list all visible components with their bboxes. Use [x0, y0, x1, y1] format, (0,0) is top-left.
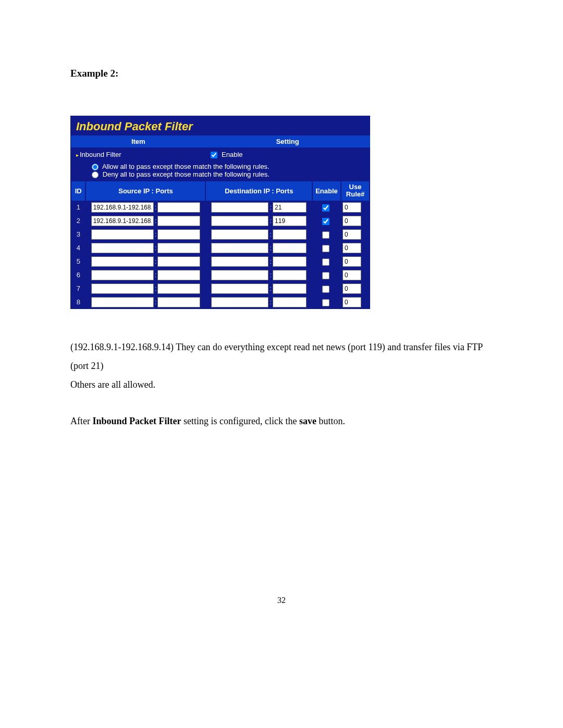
- source-port-input[interactable]: [157, 256, 200, 267]
- source-ip-input[interactable]: [91, 283, 154, 294]
- header-item: Item: [71, 136, 205, 147]
- dst-cell: :: [205, 268, 312, 282]
- use-rule-input[interactable]: [342, 297, 361, 307]
- source-ip-input[interactable]: [91, 270, 154, 280]
- row-enable-checkbox[interactable]: [322, 218, 329, 225]
- src-cell: :: [85, 255, 205, 268]
- row-enable-checkbox[interactable]: [322, 204, 329, 212]
- source-ip-input[interactable]: [91, 229, 154, 240]
- use-rule-input[interactable]: [342, 270, 361, 280]
- dst-cell: :: [205, 214, 312, 228]
- description-after: After Inbound Packet Filter setting is c…: [70, 414, 493, 429]
- use-rule-input[interactable]: [342, 202, 361, 213]
- colon: :: [268, 271, 273, 279]
- dest-ip-input[interactable]: [211, 202, 268, 213]
- use-rule-input[interactable]: [342, 243, 361, 253]
- source-ip-input[interactable]: [91, 256, 154, 267]
- row-enable-checkbox[interactable]: [322, 245, 329, 252]
- source-ip-input[interactable]: [91, 216, 154, 226]
- table-row: 8::: [71, 295, 370, 309]
- row-enable-checkbox[interactable]: [322, 258, 329, 266]
- panel-title: Inbound Packet Filter: [71, 116, 370, 136]
- rule-cell: [341, 201, 370, 214]
- row-enable-checkbox[interactable]: [322, 299, 329, 306]
- row-enable-checkbox[interactable]: [322, 272, 329, 279]
- dest-port-input[interactable]: [273, 297, 307, 307]
- packet-filter-panel: Inbound Packet Filter Item Setting ▸Inbo…: [70, 116, 370, 309]
- source-port-input[interactable]: [157, 216, 200, 226]
- radio-deny-text: Deny all to pass except those match the …: [103, 170, 270, 178]
- dest-port-input[interactable]: [273, 243, 307, 253]
- table-row: 3::: [71, 228, 370, 241]
- rule-cell: [341, 282, 370, 295]
- dest-ip-input[interactable]: [211, 229, 268, 240]
- colon: :: [154, 230, 158, 238]
- colon: :: [154, 298, 158, 306]
- dest-ip-input[interactable]: [211, 297, 268, 307]
- source-ip-input[interactable]: [91, 297, 154, 307]
- radio-deny-label[interactable]: Deny all to pass except those match the …: [92, 170, 270, 178]
- colon: :: [268, 217, 273, 225]
- radio-allow[interactable]: [92, 164, 99, 170]
- src-cell: :: [85, 282, 205, 295]
- radio-allow-label[interactable]: Allow all to pass except those match the…: [92, 163, 270, 170]
- row-id: 4: [71, 241, 85, 255]
- dst-cell: :: [205, 228, 312, 241]
- radio-deny[interactable]: [92, 171, 99, 178]
- source-port-input[interactable]: [157, 202, 200, 213]
- dest-ip-input[interactable]: [211, 283, 268, 294]
- row-id: 8: [71, 295, 85, 309]
- row-id: 6: [71, 268, 85, 282]
- col-id: ID: [71, 181, 85, 201]
- row-enable-checkbox[interactable]: [322, 231, 329, 239]
- col-enable: Enable: [312, 181, 341, 201]
- enable-cell: [312, 268, 341, 282]
- dest-ip-input[interactable]: [211, 216, 268, 226]
- source-ip-input[interactable]: [91, 243, 154, 253]
- dest-port-input[interactable]: [273, 202, 307, 213]
- dest-port-input[interactable]: [273, 256, 307, 267]
- dest-port-input[interactable]: [273, 216, 307, 226]
- dest-port-input[interactable]: [273, 270, 307, 280]
- dst-cell: :: [205, 295, 312, 309]
- colon: :: [154, 285, 158, 292]
- dest-port-input[interactable]: [273, 283, 307, 294]
- enable-checkbox[interactable]: [211, 152, 217, 158]
- dest-ip-input[interactable]: [211, 256, 268, 267]
- use-rule-input[interactable]: [342, 256, 361, 267]
- row-id: 2: [71, 214, 85, 228]
- use-rule-input[interactable]: [342, 283, 361, 294]
- header-setting: Setting: [205, 136, 370, 147]
- colon: :: [268, 244, 273, 252]
- enable-cell: [312, 228, 341, 241]
- colon: :: [154, 244, 158, 252]
- row-id: 3: [71, 228, 85, 241]
- enable-checkbox-label[interactable]: Enable: [211, 151, 242, 158]
- source-port-input[interactable]: [157, 283, 200, 294]
- colon: :: [268, 230, 273, 238]
- source-port-input[interactable]: [157, 229, 200, 240]
- source-port-input[interactable]: [157, 243, 200, 253]
- src-cell: :: [85, 214, 205, 228]
- example-heading: Example 2:: [70, 68, 493, 79]
- colon: :: [268, 285, 273, 292]
- row-enable-checkbox[interactable]: [322, 286, 329, 293]
- source-port-input[interactable]: [157, 297, 200, 307]
- src-cell: :: [85, 268, 205, 282]
- dest-ip-input[interactable]: [211, 270, 268, 280]
- inbound-filter-label: ▸Inbound Filter: [71, 147, 205, 162]
- description-line1: (192.168.9.1-192.168.9.14) They can do e…: [70, 338, 493, 375]
- enable-cell: [312, 295, 341, 309]
- dest-port-input[interactable]: [273, 229, 307, 240]
- col-src: Source IP : Ports: [85, 181, 205, 201]
- src-cell: :: [85, 295, 205, 309]
- source-ip-input[interactable]: [91, 202, 154, 213]
- source-port-input[interactable]: [157, 270, 200, 280]
- dst-cell: :: [205, 241, 312, 255]
- use-rule-input[interactable]: [342, 229, 361, 240]
- src-cell: :: [85, 201, 205, 214]
- dest-ip-input[interactable]: [211, 243, 268, 253]
- use-rule-input[interactable]: [342, 216, 361, 226]
- row-id: 5: [71, 255, 85, 268]
- rules-header-row: ID Source IP : Ports Destination IP : Po…: [71, 181, 370, 201]
